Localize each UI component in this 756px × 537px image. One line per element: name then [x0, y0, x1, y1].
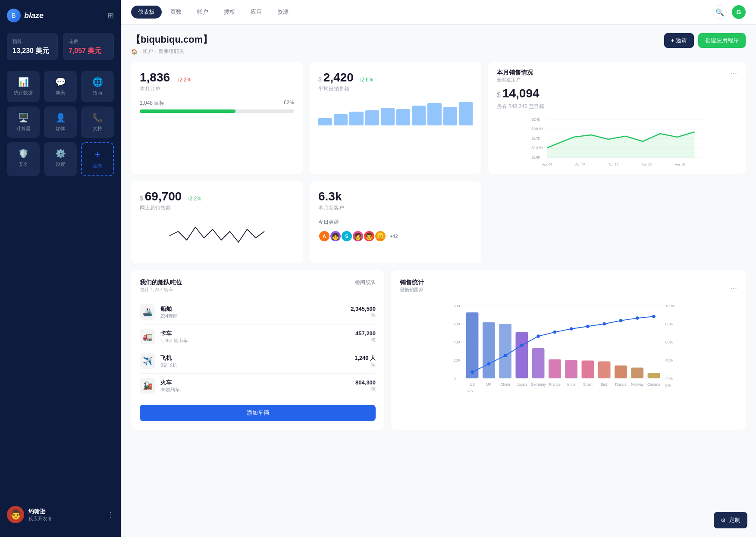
svg-rect-41	[615, 365, 627, 378]
sales-stats-header: 销售统计 最畅销国家 ···	[400, 279, 737, 298]
sidebar-item-media[interactable]: 👤 媒体	[44, 106, 77, 138]
breadcrumb-sep1: ›	[139, 49, 141, 55]
budget-row: 预算 13,230 美元 花费 7,057 美元	[7, 33, 114, 60]
svg-text:Russia: Russia	[615, 382, 626, 387]
add-vehicle-button[interactable]: 添加车辆	[140, 405, 376, 421]
user-avatar-small[interactable]: G	[732, 5, 746, 19]
svg-point-45	[487, 362, 491, 365]
fleet-item-ship: 🚢 船舶 234艘船 2,345,500 吨	[140, 300, 376, 325]
page-actions: + 邀请 创建应用程序	[664, 33, 746, 48]
svg-rect-34	[499, 324, 511, 378]
svg-point-46	[504, 354, 507, 357]
tab-auth[interactable]: 授权	[217, 6, 242, 19]
mini-bar-item	[381, 108, 395, 125]
sales-stats-title-area: 销售统计 最畅销国家	[400, 279, 424, 298]
mini-bar-item	[365, 110, 379, 125]
svg-text:Apr 04: Apr 04	[542, 162, 552, 166]
breadcrumb-accounts: 帐户	[143, 48, 153, 55]
train-num: 804,300	[355, 379, 376, 386]
sidebar-item-guide[interactable]: 🌐 指南	[81, 71, 114, 102]
sidebar-item-security[interactable]: 🛡️ 安全	[7, 142, 40, 176]
search-button[interactable]: 🔍	[713, 5, 727, 19]
ship-sub: 234艘船	[160, 313, 351, 319]
svg-text:Apr 16: Apr 16	[675, 162, 685, 166]
svg-point-51	[586, 325, 590, 328]
sidebar-item-stats[interactable]: 📊 统计数据	[7, 71, 40, 102]
ship-unit: 吨	[351, 312, 376, 318]
sidebar-item-chat[interactable]: 💬 聊天	[44, 71, 77, 102]
breadcrumb: 🏠 › 帐户 › 奥弗维耶夫	[131, 48, 212, 55]
fleet-link[interactable]: 检阅舰队	[355, 279, 376, 286]
stats-label: 统计数据	[14, 90, 33, 96]
avatar: 👨	[7, 506, 24, 523]
monthly-value: 14,094	[502, 87, 540, 100]
content-area: 【biqubiqu.com】 🏠 › 帐户 › 奥弗维耶夫 + 邀请 创建应用程…	[121, 25, 756, 537]
svg-rect-37	[549, 359, 561, 378]
sidebar-footer: 👨 约翰逊 反应开发者 ⋮	[7, 501, 114, 528]
customize-button[interactable]: ⚙ 定制	[714, 512, 747, 528]
svg-text:Spain: Spain	[583, 382, 593, 387]
svg-rect-36	[532, 348, 545, 378]
avg-sales-value: 2,420	[323, 71, 354, 84]
sales-chart-svg: 800 600 400 200 0 100% 80%	[400, 300, 737, 395]
tab-resources[interactable]: 资源	[270, 6, 295, 19]
guide-label: 指南	[93, 90, 102, 96]
stats-grid-row2: $ 69,700 ↑2.2% 网上总销售额 6.3k 本月新客户 今日英雄 A	[131, 181, 746, 263]
sidebar: B blaze ⊞ 预算 13,230 美元 花费 7,057 美元 📊 统计数…	[0, 0, 121, 537]
svg-text:60%: 60%	[665, 340, 673, 344]
hero-1: A	[318, 230, 330, 242]
truck-sub: 1,460 辆卡车	[160, 337, 355, 344]
svg-point-53	[619, 319, 623, 322]
tab-accounts[interactable]: 帐户	[190, 6, 215, 19]
svg-text:〜〜: 〜〜	[466, 389, 474, 393]
app-name: blaze	[24, 11, 44, 20]
train-icon: 🚂	[140, 378, 155, 393]
monthly-target: 另有 $48,346 至目标	[497, 103, 737, 110]
create-app-button[interactable]: 创建应用程序	[698, 33, 746, 48]
user-menu-icon[interactable]: ⋮	[107, 511, 114, 519]
orders-change: ↓2.2%	[177, 77, 191, 83]
svg-text:0%: 0%	[665, 383, 671, 387]
top-nav-right: 🔍 G	[713, 5, 746, 19]
tab-pages[interactable]: 页数	[163, 6, 188, 19]
sidebar-header: B blaze ⊞	[7, 9, 114, 22]
sales-stats-more-btn[interactable]: ···	[731, 279, 737, 298]
budget-value: 13,230 美元	[13, 47, 52, 55]
hero-3: S	[341, 230, 353, 242]
support-label: 支持	[93, 125, 102, 132]
svg-rect-43	[648, 373, 660, 378]
svg-text:$17k: $17k	[532, 136, 540, 140]
ship-icon: 🚢	[140, 304, 155, 320]
svg-point-49	[553, 331, 557, 334]
svg-text:$10K: $10K	[532, 155, 541, 159]
expense-card: 花费 7,057 美元	[63, 33, 114, 60]
plane-num: 1,240 人	[354, 354, 376, 362]
page-header: 【biqubiqu.com】 🏠 › 帐户 › 奥弗维耶夫 + 邀请 创建应用程…	[131, 33, 746, 55]
sales-stats-subtitle: 最畅销国家	[400, 287, 424, 293]
svg-text:400: 400	[454, 340, 460, 344]
svg-point-55	[652, 315, 656, 318]
support-icon: 📞	[92, 112, 103, 123]
svg-point-52	[602, 322, 606, 326]
top-settings-icon[interactable]: ⊞	[107, 11, 114, 20]
monthly-more-btn[interactable]: ···	[731, 69, 737, 78]
invite-button[interactable]: + 邀请	[664, 33, 694, 48]
hero-4: 👩	[352, 230, 364, 242]
svg-text:800: 800	[454, 304, 460, 308]
security-label: 安全	[19, 161, 28, 168]
tab-dashboard[interactable]: 仪表板	[131, 6, 162, 19]
svg-text:80%: 80%	[665, 322, 673, 326]
sidebar-item-addnew[interactable]: + 添新	[81, 142, 114, 176]
plane-icon: ✈️	[140, 353, 155, 369]
svg-text:Apr 13: Apr 13	[642, 162, 652, 166]
sidebar-item-settings[interactable]: ⚙️ 设置	[44, 142, 77, 176]
svg-text:Japan: Japan	[517, 382, 527, 387]
today-heroes: A 👧 S 👩 👨 👱 +42	[318, 230, 473, 242]
sidebar-item-calc[interactable]: 🖥️ 计算器	[7, 106, 40, 138]
sidebar-item-support[interactable]: 📞 支持	[81, 106, 114, 138]
settings-icon: ⚙️	[55, 148, 66, 159]
svg-text:100%: 100%	[665, 304, 675, 308]
tab-apps[interactable]: 应用	[244, 6, 269, 19]
mini-bar-item	[459, 102, 473, 125]
fleet-item-plane-info: 飞机 8架飞机	[160, 354, 354, 368]
